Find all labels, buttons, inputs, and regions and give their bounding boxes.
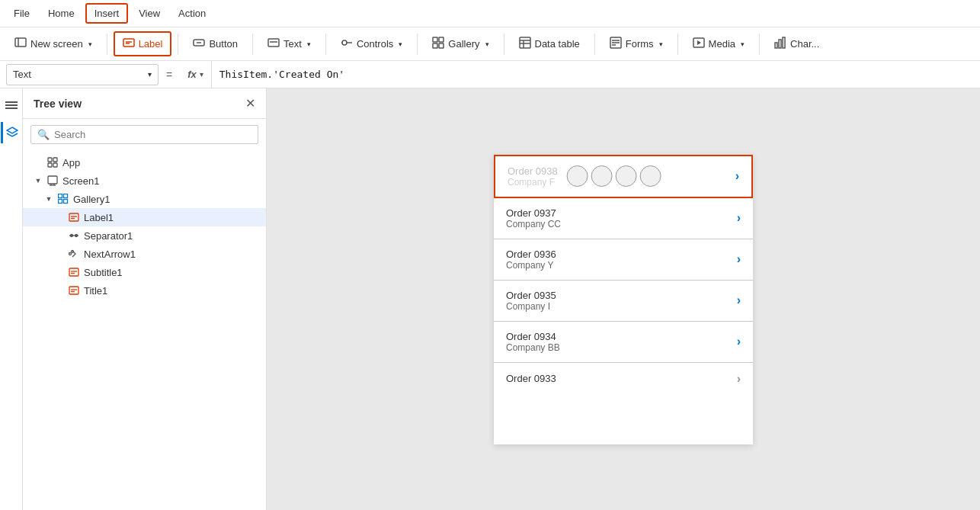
formula-fx-button[interactable]: fx ▾ [180,61,212,88]
media-button[interactable]: Media ▾ [684,32,753,56]
label-button[interactable]: Label [114,31,172,56]
controls-icon [341,37,353,51]
gallery-canvas: Order 0938 Company F › Order 0937 Compan… [494,155,753,444]
svg-point-9 [342,40,347,45]
gallery-row-0[interactable]: Order 0938 Company F › [494,155,753,198]
menu-view[interactable]: View [131,5,168,22]
tree-item-separator1[interactable]: Separator1 [23,226,266,245]
svg-rect-7 [268,39,279,47]
svg-rect-42 [64,194,68,198]
fx-label: fx [187,69,197,80]
text-chevron: ▾ [307,40,311,48]
svg-rect-2 [123,39,134,47]
gallery-item-title-5: Order 0933 [506,373,737,384]
gallery-item-content-4: Order 0934 Company BB [506,331,737,353]
search-input[interactable] [54,129,251,140]
toolbar-sep-2 [178,34,178,55]
gallery-item-content-3: Order 0935 Company I [506,290,737,312]
svg-rect-27 [779,40,781,48]
separator-tree-icon [68,229,80,242]
menu-home[interactable]: Home [40,5,82,22]
gallery-item-title-2: Order 0936 [506,249,737,260]
gallery-row-2[interactable]: Order 0936 Company Y › [494,239,753,281]
formula-bar: Text ▾ = fx ▾ [0,61,980,88]
svg-marker-32 [7,127,18,133]
chart-icon [774,37,786,51]
controls-button[interactable]: Controls ▾ [332,32,411,56]
screen1-expand: ▼ [34,177,43,184]
gallery-item-sub-3: Company I [506,301,737,312]
gallery-item-content-2: Order 0936 Company Y [506,249,737,271]
title1-label: Title1 [84,285,107,297]
tree-item-screen1[interactable]: ▼ Screen1 [23,172,266,190]
controls-chevron: ▾ [399,40,402,48]
forms-icon [610,37,622,51]
gallery-item-sub-1: Company CC [506,219,737,229]
new-screen-button[interactable]: New screen ▾ [6,32,101,56]
gallery-row-3[interactable]: Order 0935 Company I › [494,281,753,322]
menu-file[interactable]: File [6,5,37,22]
tree-item-subtitle1[interactable]: Subtitle1 [23,263,266,281]
toolbar-sep-8 [677,34,678,55]
title-tree-icon [68,284,80,297]
layers-icon[interactable] [1,122,22,143]
forms-chevron: ▾ [659,40,663,48]
gallery-row-1[interactable]: Order 0937 Company CC › [494,198,753,239]
svg-rect-41 [59,194,62,198]
gallery-item-sub-4: Company BB [506,342,737,353]
nextarrow1-label: NextArrow1 [84,249,136,260]
gallery-item-content-1: Order 0937 Company CC [506,207,737,229]
circle-placeholder-1 [567,165,588,187]
gallery-arrow-0: › [735,169,739,183]
main-layout: Tree view ✕ 🔍 App ▼ Screen1 [0,88,980,510]
forms-button[interactable]: Forms ▾ [601,32,671,56]
circle-placeholder-3 [616,165,637,187]
menu-action[interactable]: Action [171,5,213,22]
button-icon [193,37,205,51]
tree-item-app[interactable]: App [23,153,266,172]
svg-rect-15 [439,43,444,48]
screen-icon [46,175,59,187]
gallery-button[interactable]: Gallery ▾ [424,32,497,56]
label1-label: Label1 [84,212,114,223]
property-caret: ▾ [148,70,152,79]
svg-rect-30 [5,104,18,106]
tree-search-box[interactable]: 🔍 [30,125,258,144]
screen1-label: Screen1 [62,175,99,187]
sidebar-icons [0,88,23,510]
svg-marker-25 [697,40,701,45]
circle-placeholder-4 [640,165,661,187]
formula-input[interactable] [212,69,974,80]
button-toolbar-btn[interactable]: Button [184,32,246,56]
hamburger-menu-icon[interactable] [1,95,22,116]
menu-insert[interactable]: Insert [85,3,129,24]
gallery-item-title-3: Order 0935 [506,290,737,301]
label-label: Label [139,38,163,50]
chart-button[interactable]: Char... [766,32,828,56]
gallery-item-title-4: Order 0934 [506,331,737,342]
label-icon [123,37,135,51]
text-icon [267,37,280,51]
gallery-row-4[interactable]: Order 0934 Company BB › [494,322,753,363]
gallery-chevron: ▾ [485,40,489,48]
text-button[interactable]: Text ▾ [259,32,319,56]
svg-rect-34 [53,158,57,162]
datatable-button[interactable]: Data table [511,32,588,56]
svg-rect-43 [59,200,62,204]
tree-item-label1[interactable]: Label1 [23,208,266,226]
tree-panel: Tree view ✕ 🔍 App ▼ Screen1 [23,88,267,510]
svg-rect-33 [48,158,52,162]
property-selector[interactable]: Text ▾ [6,64,159,85]
new-screen-label: New screen [30,38,83,50]
property-value: Text [13,69,31,80]
tree-item-gallery1[interactable]: ▼ Gallery1 [23,190,266,208]
tree-item-title1[interactable]: Title1 [23,281,266,300]
toolbar-sep-4 [325,34,326,55]
menu-bar: File Home Insert View Action [0,0,980,27]
toolbar-sep-1 [107,34,107,55]
svg-point-50 [75,235,78,237]
tree-close-button[interactable]: ✕ [245,96,255,111]
gallery-row-5[interactable]: Order 0933 › [494,363,753,395]
tree-item-nextarrow1[interactable]: NextArrow1 [23,245,266,263]
datatable-icon [519,37,531,51]
